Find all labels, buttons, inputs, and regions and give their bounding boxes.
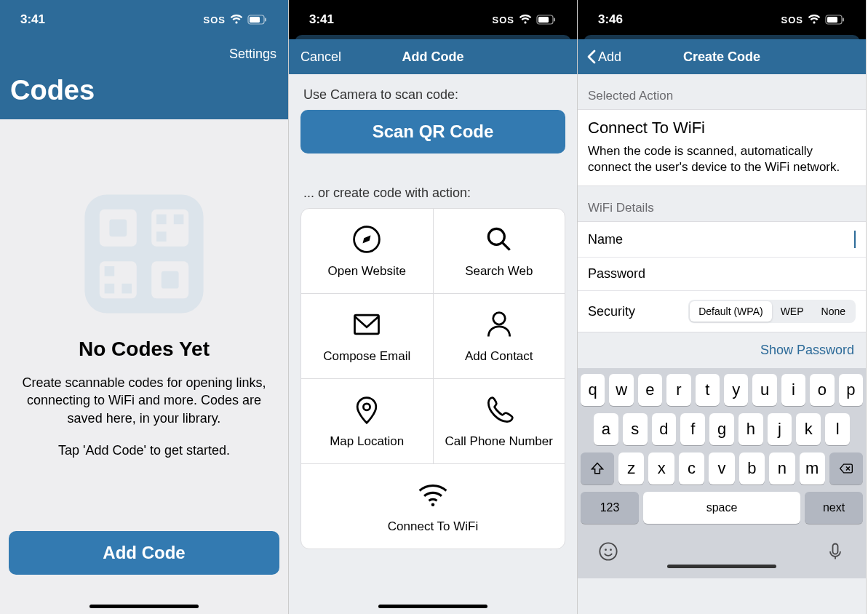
svg-rect-18 [554, 18, 555, 22]
settings-link[interactable]: Settings [229, 47, 276, 62]
key-j[interactable]: j [768, 413, 792, 445]
action-label: Connect To WiFi [388, 519, 478, 534]
key-next[interactable]: next [805, 492, 863, 524]
action-open-website[interactable]: Open Website [301, 209, 434, 294]
status-time: 3:41 [20, 12, 45, 27]
key-b[interactable]: b [739, 452, 765, 485]
add-code-button[interactable]: Add Code [9, 531, 279, 575]
action-label: Compose Email [323, 349, 410, 364]
action-add-contact[interactable]: Add Contact [434, 294, 565, 379]
scan-qr-button[interactable]: Scan QR Code [300, 110, 565, 154]
key-k[interactable]: k [796, 413, 821, 445]
key-s[interactable]: s [623, 413, 648, 445]
key-x[interactable]: x [648, 452, 674, 485]
svg-line-22 [502, 243, 509, 250]
keyboard: q w e r t y u i o p a s d f g h j k l [578, 368, 866, 578]
wifi-icon [417, 479, 449, 511]
key-e[interactable]: e [638, 374, 662, 406]
home-indicator[interactable] [378, 605, 487, 608]
show-password-button[interactable]: Show Password [578, 332, 866, 368]
screen-codes-empty: 3:41 SOS Settings Codes [0, 0, 289, 614]
key-v[interactable]: v [709, 452, 734, 485]
home-indicator[interactable] [89, 605, 199, 608]
wifi-icon [519, 15, 532, 25]
key-w[interactable]: w [609, 374, 633, 406]
key-n[interactable]: n [769, 452, 795, 485]
key-u[interactable]: u [752, 374, 776, 406]
security-row: Security Default (WPA) WEP None [578, 291, 866, 332]
action-connect-wifi[interactable]: Connect To WiFi [301, 464, 565, 549]
key-g[interactable]: g [709, 413, 734, 445]
chevron-left-icon [586, 49, 597, 64]
key-l[interactable]: l [825, 413, 850, 445]
key-c[interactable]: c [679, 452, 704, 485]
action-map-location[interactable]: Map Location [301, 379, 434, 464]
key-h[interactable]: h [738, 413, 763, 445]
svg-rect-12 [105, 266, 115, 276]
svg-point-34 [610, 549, 612, 551]
key-o[interactable]: o [810, 374, 834, 406]
key-d[interactable]: d [652, 413, 677, 445]
wifi-form: Name Password Security Default (WPA) WEP… [578, 221, 866, 332]
page-title: Codes [0, 65, 288, 119]
key-p[interactable]: p [839, 374, 863, 406]
selected-action-desc: When the code is scanned, automatically … [588, 143, 856, 175]
battery-icon [536, 15, 557, 25]
key-backspace[interactable] [829, 452, 863, 485]
security-none[interactable]: None [813, 301, 854, 322]
empty-heading: No Codes Yet [79, 338, 210, 361]
search-icon [483, 223, 515, 255]
keyboard-row4: 123 space next [581, 492, 863, 524]
key-a[interactable]: a [594, 413, 618, 445]
key-space[interactable]: space [643, 492, 800, 524]
sos-indicator: SOS [204, 15, 226, 25]
or-create-label: ... or create code with action: [300, 186, 565, 208]
wifi-icon [230, 15, 243, 25]
back-label: Add [598, 49, 621, 65]
home-indicator[interactable] [667, 565, 776, 568]
key-t[interactable]: t [696, 374, 720, 406]
key-f[interactable]: f [680, 413, 705, 445]
key-shift[interactable] [581, 452, 614, 485]
status-time: 3:41 [309, 12, 334, 27]
key-y[interactable]: y [724, 374, 748, 406]
action-call-phone[interactable]: Call Phone Number [434, 379, 565, 464]
security-label: Security [588, 304, 635, 319]
key-123[interactable]: 123 [581, 492, 639, 524]
key-r[interactable]: r [666, 374, 690, 406]
qr-placeholder-icon [82, 192, 206, 316]
action-grid: Open Website Search Web Compose Email [300, 208, 565, 549]
wifi-details-header: WiFi Details [578, 186, 866, 221]
key-m[interactable]: m [800, 452, 825, 485]
svg-rect-28 [827, 17, 837, 23]
keyboard-row2: a s d f g h j k l [581, 413, 863, 445]
selected-action-title: Connect To WiFi [588, 119, 856, 137]
action-label: Open Website [328, 264, 406, 279]
cancel-button[interactable]: Cancel [300, 49, 341, 65]
svg-rect-9 [156, 215, 167, 225]
svg-rect-23 [355, 315, 379, 334]
keyboard-row1: q w e r t y u i o p [581, 374, 863, 406]
svg-rect-15 [162, 271, 179, 289]
emoji-button[interactable] [598, 541, 618, 565]
scan-label: Use Camera to scan code: [300, 84, 565, 110]
security-default[interactable]: Default (WPA) [690, 301, 771, 322]
action-label: Search Web [465, 264, 533, 279]
mic-button[interactable] [825, 541, 845, 565]
name-row[interactable]: Name [578, 222, 866, 258]
back-button[interactable]: Add [586, 49, 621, 65]
action-search-web[interactable]: Search Web [434, 209, 565, 294]
svg-rect-8 [109, 219, 127, 236]
security-wep[interactable]: WEP [772, 301, 813, 322]
key-q[interactable]: q [581, 374, 605, 406]
add-button-wrap: Add Code [9, 531, 279, 575]
battery-icon [825, 15, 845, 25]
key-i[interactable]: i [781, 374, 805, 406]
action-compose-email[interactable]: Compose Email [301, 294, 434, 379]
security-segmented[interactable]: Default (WPA) WEP None [688, 300, 856, 323]
svg-point-26 [431, 503, 435, 506]
password-row[interactable]: Password [578, 258, 866, 291]
sos-indicator: SOS [493, 15, 514, 25]
password-label: Password [588, 266, 645, 282]
key-z[interactable]: z [618, 452, 644, 485]
